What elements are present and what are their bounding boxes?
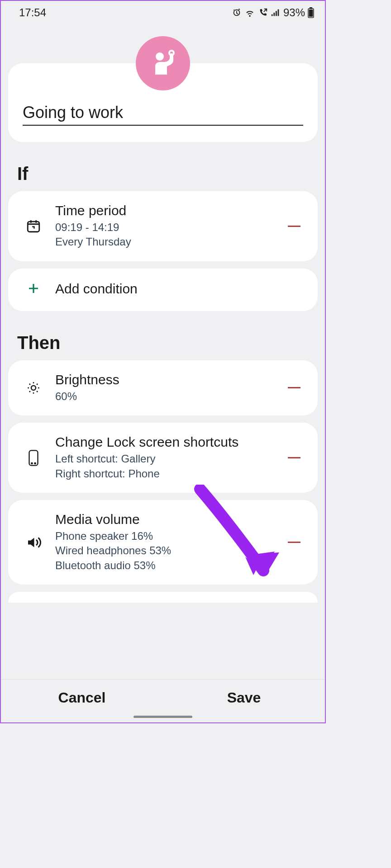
action-wired-vol: Wired headphones 53%: [55, 543, 274, 558]
commute-icon: [147, 47, 179, 80]
save-button[interactable]: Save: [163, 689, 325, 706]
battery-icon: [308, 7, 314, 18]
plus-icon: [27, 280, 40, 299]
remove-action-button[interactable]: [285, 379, 303, 397]
svg-point-8: [169, 51, 174, 55]
minus-icon: [288, 542, 300, 543]
svg-point-12: [31, 462, 32, 463]
add-condition-button[interactable]: Add condition: [8, 269, 318, 311]
brightness-icon: [23, 380, 44, 396]
add-condition-label: Add condition: [55, 281, 303, 297]
signal-icon: [271, 8, 281, 18]
minus-icon: [288, 226, 300, 227]
action-media-volume[interactable]: Media volume Phone speaker 16% Wired hea…: [8, 500, 318, 585]
calendar-clock-icon: [23, 218, 44, 234]
condition-time-range: 09:19 - 14:19: [55, 220, 274, 235]
remove-action-button[interactable]: [285, 533, 303, 552]
action-title: Media volume: [55, 512, 274, 527]
svg-rect-1: [273, 13, 275, 16]
action-title: Change Lock screen shortcuts: [55, 434, 274, 450]
phone-frame-icon: [23, 449, 44, 467]
minus-icon: [288, 457, 300, 458]
action-bluetooth-vol: Bluetooth audio 53%: [55, 558, 274, 573]
svg-point-13: [34, 462, 35, 463]
cancel-button[interactable]: Cancel: [1, 689, 163, 706]
status-time: 17:54: [19, 6, 46, 19]
partial-next-card: [8, 592, 318, 603]
svg-rect-6: [309, 9, 313, 17]
svg-point-10: [31, 386, 36, 390]
action-left-shortcut: Left shortcut: Gallery: [55, 452, 274, 466]
condition-time-period[interactable]: Time period 09:19 - 14:19 Every Thursday: [8, 191, 318, 261]
routine-name-input[interactable]: [23, 99, 303, 126]
alarm-icon: [232, 8, 242, 18]
then-section-label: Then: [17, 333, 325, 353]
action-lock-shortcuts[interactable]: Change Lock screen shortcuts Left shortc…: [8, 423, 318, 493]
routine-avatar[interactable]: [136, 36, 190, 90]
action-brightness[interactable]: Brightness 60%: [8, 360, 318, 415]
remove-action-button[interactable]: [285, 449, 303, 467]
svg-rect-3: [278, 9, 279, 16]
action-value: 60%: [55, 389, 274, 404]
condition-title: Time period: [55, 203, 274, 218]
remove-condition-button[interactable]: [285, 217, 303, 235]
svg-rect-11: [29, 450, 38, 465]
action-title: Brightness: [55, 372, 274, 387]
battery-percent: 93%: [283, 6, 305, 19]
status-bar: 17:54 93%: [1, 1, 325, 23]
call-icon: [258, 8, 268, 18]
action-speaker-vol: Phone speaker 16%: [55, 529, 274, 543]
svg-rect-0: [272, 14, 273, 16]
wifi-icon: [244, 8, 255, 18]
action-right-shortcut: Right shortcut: Phone: [55, 467, 274, 481]
if-section-label: If: [17, 164, 325, 184]
svg-point-7: [156, 52, 164, 61]
speaker-icon: [23, 534, 44, 551]
svg-rect-2: [276, 11, 277, 16]
home-indicator[interactable]: [134, 716, 192, 718]
minus-icon: [288, 387, 300, 388]
status-icons: 93%: [232, 6, 314, 19]
condition-days: Every Thursday: [55, 235, 274, 249]
